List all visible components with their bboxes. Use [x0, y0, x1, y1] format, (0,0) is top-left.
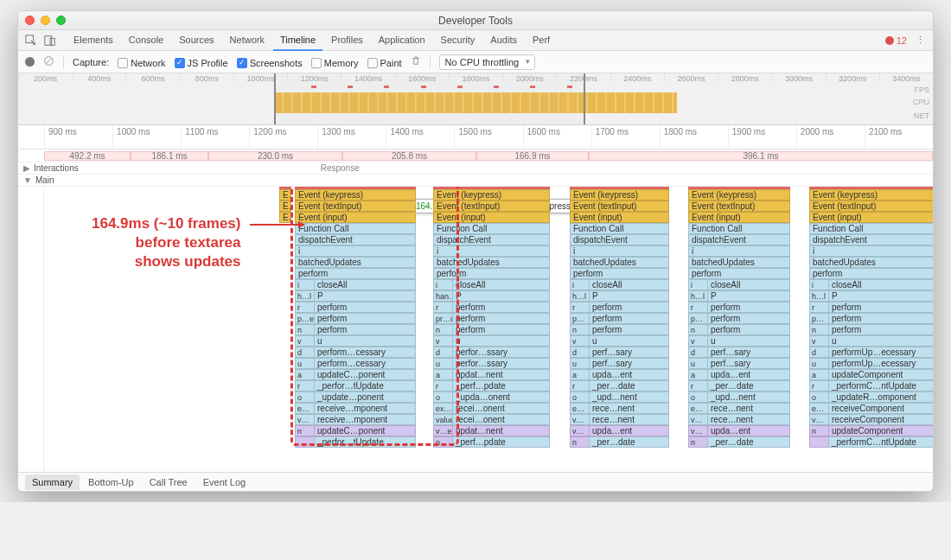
footer-tab-eventlog[interactable]: Event Log [196, 474, 253, 490]
flame-frame[interactable]: Event (input) [809, 212, 933, 223]
flame-frame[interactable]: performUp…ecessary [828, 358, 933, 369]
flame-frame[interactable]: u [828, 335, 933, 347]
flame-frame[interactable]: i [433, 245, 550, 257]
flame-frame[interactable]: i [570, 245, 669, 257]
flame-stack-column[interactable]: Event (keypress)Event (textInput)Event (… [570, 187, 669, 448]
flame-frame[interactable]: perform [707, 313, 790, 324]
flame-frame[interactable]: o [570, 391, 589, 403]
error-count[interactable]: 12 [885, 35, 907, 46]
flame-frame[interactable]: Event (textInput) [433, 200, 550, 212]
flame-frame[interactable]: u [433, 358, 452, 369]
flame-frame[interactable]: dispatchEvent [570, 234, 669, 245]
flame-frame[interactable]: i [688, 245, 790, 257]
flame-frame[interactable]: Function Call [433, 223, 550, 234]
flame-frame[interactable]: _upd…nent [707, 391, 790, 403]
flame-frame[interactable]: Event (input) [295, 212, 416, 223]
flame-frame[interactable]: r [433, 380, 452, 391]
flame-frame[interactable]: a [809, 369, 828, 380]
flame-frame[interactable]: _perf…pdate [452, 380, 550, 391]
flame-frame[interactable]: i [295, 279, 314, 290]
flame-frame[interactable]: _update…ponent [314, 391, 416, 403]
flame-frame[interactable]: perfor…ssary [452, 358, 550, 369]
flame-frame[interactable]: P [707, 290, 790, 302]
jsprofile-checkbox[interactable]: JS Profile [175, 56, 228, 68]
flame-frame[interactable]: _upda…onent [452, 391, 550, 403]
flame-frame[interactable]: perform [433, 268, 550, 279]
flame-frame[interactable]: _perfor…tUpdate [314, 380, 416, 391]
minimize-icon[interactable] [41, 16, 50, 25]
flame-frame[interactable]: perform [707, 324, 790, 335]
flame-frame[interactable]: r [570, 380, 589, 391]
flame-frame[interactable]: perform [589, 302, 669, 313]
flame-frame[interactable]: u [688, 358, 707, 369]
flame-frame[interactable]: o [688, 391, 707, 403]
flame-frame[interactable]: Event (input) [433, 212, 550, 223]
zoom-icon[interactable] [56, 16, 66, 25]
flame-frame[interactable]: i [688, 279, 707, 290]
flame-frame[interactable]: perf…sary [707, 347, 790, 358]
flame-frame[interactable]: perform [314, 302, 416, 313]
flame-frame[interactable]: o [809, 391, 828, 403]
flame-frame[interactable]: u [589, 335, 669, 347]
tab-application[interactable]: Application [372, 30, 432, 51]
flame-frame[interactable]: perform [828, 313, 933, 324]
flame-frame[interactable]: v [688, 335, 707, 347]
flame-frame[interactable] [295, 436, 314, 448]
inspect-element-icon[interactable] [23, 33, 39, 48]
flame-frame[interactable]: v [570, 335, 589, 347]
flame-frame[interactable]: e… [688, 403, 707, 414]
interactions-track[interactable]: ▶InteractionsResponse [18, 162, 933, 175]
flame-frame[interactable]: perf…sary [589, 347, 669, 358]
flame-frame[interactable]: Function Call [570, 223, 669, 234]
flame-frame[interactable]: v… [688, 425, 707, 436]
flame-frame[interactable]: Event (input) [688, 212, 790, 223]
flame-frame[interactable]: r [295, 302, 314, 313]
tab-security[interactable]: Security [434, 30, 482, 51]
flame-frame[interactable]: Event (keypress) [809, 189, 933, 200]
clear-button[interactable] [43, 55, 54, 68]
flame-frame[interactable]: batchedUpdates [570, 257, 669, 268]
flame-frame[interactable]: i [570, 279, 589, 290]
flame-frame[interactable]: perform [828, 324, 933, 335]
close-icon[interactable] [25, 16, 35, 25]
flame-frame[interactable]: rece…nent [707, 414, 790, 425]
flame-frame[interactable]: i [433, 279, 452, 290]
flame-frame[interactable]: Event (textInput) [295, 200, 416, 212]
flame-frame[interactable]: batchedUpdates [809, 257, 933, 268]
flame-frame[interactable]: n [570, 324, 589, 335]
tab-perf[interactable]: Perf [526, 30, 557, 51]
flame-frame[interactable]: e… [570, 403, 589, 414]
flame-frame[interactable]: upda…ent [589, 425, 669, 436]
flame-frame[interactable]: receiveComponent [828, 414, 933, 425]
flame-frame[interactable]: rece…nent [707, 403, 790, 414]
disclosure-triangle-icon[interactable]: ▼ [23, 175, 32, 185]
flame-frame[interactable]: closeAll [314, 279, 416, 290]
kebab-menu-icon[interactable]: ⋮ [912, 33, 928, 48]
flame-frame[interactable]: v…e [433, 425, 452, 436]
flame-frame[interactable]: han…el [433, 290, 452, 302]
flame-frame[interactable]: _per…date [707, 436, 790, 448]
flame-frame[interactable]: p…e [295, 313, 314, 324]
flame-frame[interactable]: r [688, 302, 707, 313]
flame-frame[interactable]: perf…sary [589, 358, 669, 369]
flame-frame[interactable]: a [295, 369, 314, 380]
flame-frame[interactable]: _per…date [707, 380, 790, 391]
paint-checkbox[interactable]: Paint [367, 56, 402, 68]
flame-stack-column[interactable]: Event (keypress)Event (textInput)Event (… [688, 187, 790, 448]
flame-frame[interactable]: recei…onent [452, 403, 550, 414]
flame-frame[interactable]: Event (textInput) [809, 200, 933, 212]
flame-frame[interactable]: rece…nent [589, 414, 669, 425]
flame-frame[interactable]: v… [570, 425, 589, 436]
flame-frame[interactable]: Function Call [809, 223, 933, 234]
flame-frame[interactable]: r [688, 380, 707, 391]
flame-frame[interactable]: v… [809, 414, 828, 425]
flame-frame[interactable]: o [433, 391, 452, 403]
tab-audits[interactable]: Audits [483, 30, 524, 51]
flame-frame[interactable]: _per…date [589, 436, 669, 448]
flame-frame[interactable]: perform [314, 324, 416, 335]
flame-frame[interactable]: r [295, 380, 314, 391]
device-toolbar-icon[interactable] [42, 33, 58, 48]
flame-frame[interactable]: v [295, 335, 314, 347]
flame-frame[interactable]: e… [295, 403, 314, 414]
disclosure-triangle-icon[interactable]: ▶ [23, 163, 30, 173]
